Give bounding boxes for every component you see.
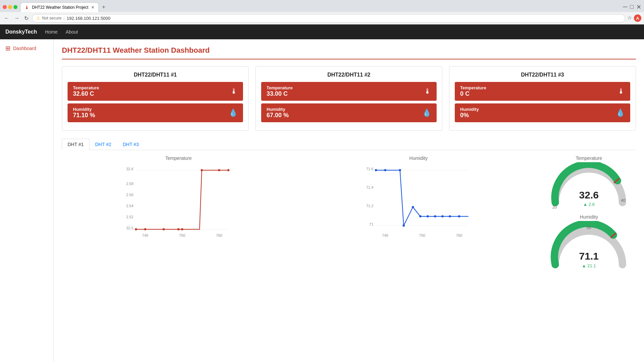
svg-text:71: 71 <box>369 222 373 226</box>
svg-point-11 <box>135 228 137 231</box>
browser-chrome: 🌡 DHT22 Weather Station Project ✕ + ─ □ … <box>0 0 644 25</box>
main-content: DHT22/DHT11 Weather Station Dashboard DH… <box>54 39 644 362</box>
sensor-3-humidity-label: Humidity <box>460 107 479 112</box>
sensor-1-temp-label: Temperature <box>73 85 99 90</box>
bookmark-icon[interactable]: ☆ <box>627 14 632 22</box>
reload-button[interactable]: ↻ <box>23 14 30 22</box>
humidity-icon-1: 💧 <box>229 108 238 117</box>
sensor-1-temp-value: 32.60 C <box>73 90 99 97</box>
main-layout: ⊞ Dashboard DHT22/DHT11 Weather Station … <box>0 39 644 362</box>
sensor-2-temp-label: Temperature <box>267 85 293 90</box>
temperature-gauge-svg: 20 40 32.6 ▲ 2.6 <box>549 162 629 209</box>
svg-point-32 <box>412 206 414 209</box>
humidity-icon-2: 💧 <box>422 108 431 117</box>
svg-text:2.54: 2.54 <box>126 204 133 208</box>
svg-point-35 <box>434 215 436 218</box>
url-text: 192.168.100.121:5000 <box>67 16 110 21</box>
gauges-area: Temperature 20 40 32.6 ▲ 2.6 <box>542 155 636 272</box>
svg-text:750: 750 <box>179 233 185 237</box>
svg-point-18 <box>227 169 230 172</box>
thermometer-icon-2: 🌡 <box>424 87 431 96</box>
svg-text:71.4: 71.4 <box>366 185 373 189</box>
svg-text:32.5: 32.5 <box>126 226 133 230</box>
svg-text:740: 740 <box>382 233 388 237</box>
svg-text:40: 40 <box>621 198 626 203</box>
sensor-1-humidity: Humidity 71.10 % 💧 <box>68 103 243 122</box>
maximize-button[interactable]: □ <box>630 3 634 11</box>
sensor-1-humidity-label: Humidity <box>73 107 95 112</box>
svg-text:71.1: 71.1 <box>579 251 599 262</box>
security-icon: ⚠ <box>36 16 40 20</box>
thermometer-icon-1: 🌡 <box>230 87 238 96</box>
svg-text:▲ 2.6: ▲ 2.6 <box>583 202 595 207</box>
sidebar-item-label: Dashboard <box>13 46 36 51</box>
svg-point-17 <box>218 169 220 172</box>
svg-text:760: 760 <box>216 233 222 237</box>
secure-label: Not secure <box>42 16 62 20</box>
sensor-3-title: DHT22/DHT11 #3 <box>455 72 630 78</box>
sensor-3-humidity-value: 0% <box>460 112 479 119</box>
close-window-button[interactable]: ✕ <box>636 3 641 11</box>
svg-point-29 <box>384 169 387 172</box>
svg-text:71.6: 71.6 <box>366 167 373 171</box>
svg-text:2.56: 2.56 <box>126 193 133 197</box>
tab-dht3[interactable]: DHT #3 <box>117 139 145 150</box>
sensor-3-humidity: Humidity 0% 💧 <box>455 103 630 122</box>
svg-point-12 <box>144 228 147 231</box>
humidity-chart-svg: 71.6 71.4 71.2 71 740 750 760 <box>302 164 535 237</box>
humidity-chart-title: Humidity <box>302 155 535 161</box>
page-title: DHT22/DHT11 Weather Station Dashboard <box>62 46 636 55</box>
svg-point-16 <box>201 169 203 172</box>
sensor-2-temperature: Temperature 33.00 C 🌡 <box>261 82 437 101</box>
sensor-2-title: DHT22/DHT11 #2 <box>261 72 437 78</box>
svg-text:750: 750 <box>419 233 425 237</box>
thermometer-icon-3: 🌡 <box>617 87 625 96</box>
svg-text:50: 50 <box>587 225 591 230</box>
svg-text:▲ 21.1: ▲ 21.1 <box>582 263 596 268</box>
sensor-1-humidity-value: 71.10 % <box>73 112 95 119</box>
tab-bar: 🌡 DHT22 Weather Station Project ✕ + ─ □ … <box>0 0 644 12</box>
sidebar-item-dashboard[interactable]: ⊞ Dashboard <box>5 45 48 52</box>
svg-text:32.6: 32.6 <box>579 189 599 200</box>
svg-point-36 <box>441 215 444 218</box>
svg-point-13 <box>163 228 165 231</box>
app-navbar: DonskyTech Home About <box>0 25 644 39</box>
chart-tabs: DHT #1 DHT #2 DHT #3 <box>62 139 636 150</box>
sensor-1-title: DHT22/DHT11 #1 <box>68 72 243 78</box>
back-button[interactable]: ← <box>3 14 11 22</box>
humidity-gauge-svg: 50 71.1 ▲ 21.1 <box>549 221 629 271</box>
humidity-gauge-title: Humidity <box>542 214 636 220</box>
tab-dht1[interactable]: DHT #1 <box>62 139 89 150</box>
forward-button[interactable]: → <box>13 14 21 22</box>
title-divider <box>62 59 636 59</box>
url-input[interactable]: ⚠ Not secure | 192.168.100.121:5000 <box>32 14 625 22</box>
svg-text:2.52: 2.52 <box>126 215 133 219</box>
account-icon[interactable]: A <box>634 14 641 22</box>
address-bar: ← → ↻ ⚠ Not secure | 192.168.100.121:500… <box>0 12 644 24</box>
new-tab-button[interactable]: + <box>99 2 109 12</box>
nav-about[interactable]: About <box>66 29 78 35</box>
sensor-3-temp-label: Temperature <box>460 85 486 90</box>
sensor-2-temp-value: 33.00 C <box>267 90 293 97</box>
svg-point-31 <box>403 225 405 227</box>
tab-dht2[interactable]: DHT #2 <box>89 139 117 150</box>
humidity-chart-container: Humidity 71.6 71.4 71.2 71 740 750 760 <box>302 155 535 238</box>
nav-home[interactable]: Home <box>45 29 57 35</box>
sensor-card-2: DHT22/DHT11 #2 Temperature 33.00 C 🌡 Hum… <box>255 66 442 131</box>
temperature-chart-container: Temperature 32.6 2.58 2.56 2.54 2.52 32.… <box>62 155 295 238</box>
sensor-card-3: DHT22/DHT11 #3 Temperature 0 C 🌡 Humidit… <box>449 66 636 131</box>
sensor-2-humidity-value: 67.00 % <box>267 112 289 119</box>
active-tab[interactable]: 🌡 DHT22 Weather Station Project ✕ <box>20 2 99 12</box>
tab-close-button[interactable]: ✕ <box>91 5 94 10</box>
tab-title: DHT22 Weather Station Project <box>32 5 88 10</box>
svg-text:2.58: 2.58 <box>126 182 133 186</box>
humidity-icon-3: 💧 <box>616 108 625 117</box>
svg-text:32.6: 32.6 <box>126 167 133 171</box>
svg-point-30 <box>399 169 401 172</box>
temperature-chart-title: Temperature <box>62 155 295 161</box>
svg-point-15 <box>181 228 184 231</box>
minimize-button[interactable]: ─ <box>623 3 627 11</box>
sensor-2-humidity: Humidity 67.00 % 💧 <box>261 103 437 122</box>
svg-point-34 <box>427 215 429 218</box>
sensor-1-temperature: Temperature 32.60 C 🌡 <box>68 82 243 101</box>
